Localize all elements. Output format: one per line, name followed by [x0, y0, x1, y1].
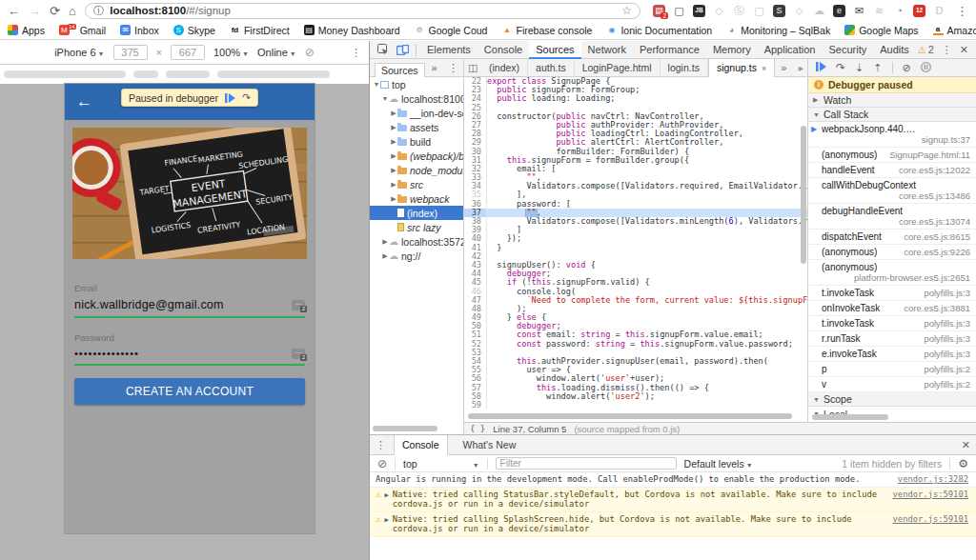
line-number[interactable]: 59 — [464, 401, 487, 410]
call-stack-section-header[interactable]: ▼Call Stack — [808, 108, 976, 122]
issues-warning-badge[interactable]: ⚠2 — [918, 44, 934, 55]
editor-vscrollbar[interactable] — [801, 126, 806, 264]
expand-icon[interactable]: ▶ — [384, 515, 388, 526]
zoom-select[interactable]: 100%▼ — [214, 47, 249, 58]
reload-icon[interactable]: ⟳ — [50, 5, 60, 17]
frame-location[interactable]: polyfills.js:3 — [924, 349, 970, 359]
step-over-icon[interactable]: ↷ — [242, 91, 251, 104]
frame-location[interactable]: polyfills.js:2 — [924, 379, 970, 390]
tree-item[interactable]: (index) — [370, 206, 463, 220]
extension-icon[interactable]: ☁ — [811, 3, 827, 18]
deactivate-breakpoints-button[interactable]: ⊘ — [903, 63, 911, 73]
bookmark-item[interactable]: fdFirstDirect — [230, 25, 290, 36]
step-into-button[interactable]: ⇣ — [855, 63, 864, 73]
home-icon[interactable]: ⌂ — [69, 5, 76, 17]
extension-icon[interactable]: e — [831, 3, 847, 18]
extension-icon[interactable]: ▢ — [751, 3, 767, 18]
call-stack-frame[interactable]: onInvokeTaskcore.es5.js:3881 — [808, 301, 976, 316]
tab-application[interactable]: Application — [758, 41, 823, 59]
extension-icon[interactable]: S — [771, 3, 787, 18]
device-height-input[interactable]: 667 — [171, 45, 205, 60]
sidebar-hscrollbar[interactable] — [812, 414, 888, 420]
bookmark-item[interactable]: SSkype — [173, 25, 215, 36]
editor-tab-loginpage-html[interactable]: LoginPage.html — [575, 59, 661, 77]
extension-icon[interactable]: ▢ — [671, 3, 687, 18]
navigator-sources-tab[interactable]: Sources — [375, 63, 425, 77]
step-over-button[interactable]: ↷ — [836, 62, 845, 73]
bookmark-item[interactable]: Google Maps — [844, 25, 918, 36]
frame-location[interactable]: core.es5.js:13486 — [822, 190, 970, 201]
code-editor[interactable]: 22export class SignupPage {23 public sig… — [464, 77, 807, 410]
drawer-close-icon[interactable]: ✕ — [962, 439, 970, 451]
device-toolbar-menu-icon[interactable]: ⋮ — [351, 47, 361, 59]
device-select[interactable]: iPhone 6▼ — [54, 47, 104, 58]
tree-item[interactable]: ▶(webpack)/bu — [370, 149, 463, 163]
scope-section-header[interactable]: ▼Scope — [808, 392, 976, 407]
tree-item[interactable]: ▶__ion-dev-se — [370, 106, 463, 120]
call-stack-frame[interactable]: e.invokeTaskpolyfills.js:3 — [808, 347, 976, 362]
page-info-icon[interactable]: ⓘ — [93, 4, 105, 18]
source-link[interactable]: vendor.js:59101 — [893, 490, 968, 500]
resume-script-icon[interactable] — [225, 93, 235, 103]
tab-sources[interactable]: Sources — [529, 41, 580, 59]
call-stack-frame[interactable]: t.invokeTaskpolyfills.js:3 — [808, 286, 976, 301]
tab-security[interactable]: Security — [822, 41, 873, 59]
bookmark-star-icon[interactable]: ☆ — [621, 4, 632, 17]
frame-location[interactable]: core.es5.js:3881 — [904, 303, 970, 313]
tab-console[interactable]: Console — [478, 41, 529, 59]
bookmark-item[interactable]: ✉Inbox — [120, 25, 159, 36]
call-stack-frame[interactable]: t.invokeTaskpolyfills.js:3 — [808, 316, 976, 331]
frame-location[interactable]: core.es5.js:13074 — [822, 216, 970, 227]
navigator-menu-icon[interactable]: ⋮ — [448, 62, 458, 74]
source-link[interactable]: vendor.js:59101 — [893, 514, 968, 525]
resume-button[interactable] — [816, 62, 826, 73]
source-link[interactable]: vendor.js:3282 — [898, 474, 968, 485]
bookmark-item[interactable]: ◕Monitoring – SqlBak — [726, 25, 830, 36]
frame-location[interactable]: polyfills.js:3 — [924, 318, 970, 329]
editor-hscrollbar[interactable] — [468, 413, 792, 419]
password-manager-icon[interactable]: ⋯2 — [292, 300, 305, 310]
frame-location[interactable]: polyfills.js:3 — [924, 288, 970, 298]
editor-tab-auth-ts[interactable]: auth.ts — [528, 59, 575, 77]
call-stack-frame[interactable]: r.runTaskpolyfills.js:3 — [808, 331, 976, 347]
bookmark-item[interactable]: ⚙Google Coud — [415, 25, 488, 36]
device-width-input[interactable]: 375 — [113, 45, 148, 60]
call-stack-frame[interactable]: ppolyfills.js:2 — [808, 362, 976, 377]
frame-location[interactable]: core.es5.js:8615 — [904, 231, 970, 242]
pretty-print-icon[interactable]: { } — [470, 424, 485, 433]
frame-location[interactable]: SignupPage.html:11 — [889, 150, 970, 160]
editor-tab--index-[interactable]: (index) — [481, 59, 528, 77]
tree-item[interactable]: ▶webpack — [370, 191, 463, 206]
extension-icon[interactable]: D — [931, 3, 947, 18]
editor-more-tabs-icon[interactable]: » — [775, 62, 792, 73]
console-filter-input[interactable] — [496, 457, 677, 470]
bookmark-item[interactable]: ▤Money Dashboard — [304, 25, 400, 36]
devtools-close-icon[interactable]: ✕ — [960, 44, 968, 56]
editor-tab-signup-ts[interactable]: signup.ts× — [708, 59, 775, 77]
apps-shortcut[interactable]: Apps — [8, 25, 45, 36]
tab-whats-new[interactable]: What's New — [456, 435, 524, 455]
step-out-button[interactable]: ⇡ — [873, 63, 882, 73]
call-stack-frame[interactable]: vpolyfills.js:2 — [808, 377, 976, 392]
close-tab-icon[interactable]: × — [762, 64, 766, 73]
bookmark-item[interactable]: aAmazon — [933, 25, 976, 36]
tab-elements[interactable]: Elements — [420, 41, 478, 59]
forward-icon[interactable]: → — [29, 5, 41, 17]
bookmark-item[interactable]: ◉Ionic Documentation — [606, 25, 712, 36]
console-settings-icon[interactable]: ⚙ — [958, 457, 968, 470]
frame-location[interactable]: polyfills.js:3 — [924, 333, 970, 344]
browser-menu-icon[interactable]: ⋮ — [956, 5, 968, 17]
extension-icon[interactable]: Ⓢ — [731, 3, 747, 18]
back-icon[interactable]: ← — [8, 5, 20, 17]
call-stack-frame[interactable]: handleEventcore.es5.js:12022 — [808, 163, 976, 178]
log-level-select[interactable]: Default levels▼ — [684, 458, 753, 470]
frame-location[interactable]: core.es5.js:12022 — [899, 165, 970, 175]
call-stack-frame[interactable]: dispatchEventcore.es5.js:8615 — [808, 230, 976, 245]
tab-console[interactable]: Console — [394, 435, 448, 455]
call-stack-frame[interactable]: debugHandleEventcore.es5.js:13074 — [808, 204, 976, 230]
extension-icon[interactable]: ≋ — [871, 3, 887, 18]
inspect-element-icon[interactable] — [374, 44, 393, 55]
editor-tab-login-ts[interactable]: login.ts — [661, 59, 708, 77]
show-navigator-icon[interactable]: ◫ — [464, 62, 481, 73]
pause-on-exceptions-button[interactable] — [921, 62, 931, 74]
